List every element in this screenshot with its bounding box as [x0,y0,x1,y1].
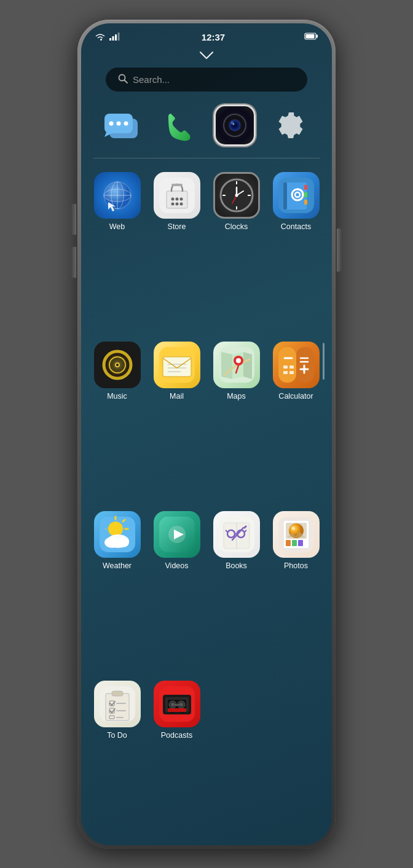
app-clocks[interactable]: Clocks [206,167,266,337]
app-music-label: Music [107,392,127,401]
app-mail-label: Mail [170,392,184,401]
dock-divider [93,158,320,158]
svg-point-46 [235,194,238,197]
phone-screen: 12:37 [81,23,332,845]
svg-rect-2 [115,34,117,41]
app-podcasts-label: Podcasts [161,731,192,740]
app-videos-label: Videos [165,561,189,570]
svg-point-33 [179,197,183,200]
svg-point-34 [171,202,174,205]
app-web[interactable]: Web [87,167,147,337]
svg-marker-73 [243,352,252,379]
search-icon [118,74,128,85]
svg-rect-83 [283,366,288,369]
svg-rect-30 [171,184,183,186]
app-podcasts[interactable]: Podcasts [147,676,206,845]
status-left [95,32,122,42]
svg-point-13 [124,121,128,125]
app-store-label: Store [168,222,186,231]
dock-messages[interactable] [100,105,144,149]
app-maps-label: Maps [227,392,246,401]
svg-rect-112 [286,540,291,546]
svg-rect-113 [292,540,297,546]
svg-point-31 [171,197,174,200]
app-maps[interactable]: Maps [206,337,266,506]
phone-device: 12:37 [77,20,336,849]
app-videos[interactable]: Videos [147,506,206,676]
svg-point-32 [175,197,178,200]
app-weather-label: Weather [103,561,132,570]
svg-point-94 [117,538,129,547]
status-bar: 12:37 [81,23,332,46]
svg-rect-49 [283,182,287,209]
clock-display: 12:37 [202,32,225,42]
app-music[interactable]: Music [87,337,147,506]
svg-rect-134 [168,708,186,712]
volume-up-button[interactable] [71,204,76,235]
search-placeholder: Search... [133,74,170,85]
chevron-down-icon[interactable] [199,49,214,63]
svg-rect-52 [304,185,307,190]
svg-point-36 [179,202,183,205]
app-calculator[interactable]: Calculator [266,337,326,506]
svg-rect-76 [278,347,296,383]
svg-rect-0 [109,38,111,41]
svg-point-20 [233,123,235,125]
svg-rect-3 [118,33,120,41]
svg-rect-84 [289,366,294,369]
volume-down-button[interactable] [71,247,76,278]
svg-line-90 [123,520,125,522]
svg-point-129 [171,703,175,706]
app-todo-label: To Do [107,731,127,740]
app-mail[interactable]: Mail [147,337,206,506]
svg-marker-71 [221,352,232,379]
wifi-icon [95,32,106,42]
app-web-label: Web [109,222,125,231]
svg-point-64 [116,364,119,366]
svg-rect-53 [304,192,307,197]
svg-rect-5 [317,35,318,38]
app-todo[interactable]: To Do [87,676,147,845]
svg-point-12 [117,121,121,125]
signal-icon [109,32,122,42]
app-photos[interactable]: Photos [266,506,326,676]
svg-rect-114 [298,540,303,546]
svg-line-8 [125,80,128,83]
svg-rect-1 [112,36,114,41]
app-grid: Web [81,167,332,845]
battery-icon [305,32,318,42]
search-bar[interactable]: Search... [106,68,307,92]
top-area[interactable] [81,46,332,68]
svg-rect-117 [112,691,123,696]
svg-point-111 [291,526,295,530]
dock-row [81,101,332,158]
svg-rect-54 [304,200,307,205]
svg-rect-85 [283,371,288,374]
scrollbar [323,343,324,380]
app-weather[interactable]: Weather [87,506,147,676]
app-books-label: Books [226,561,247,570]
svg-point-88 [108,522,123,536]
app-contacts-label: Contacts [281,222,311,231]
dock-settings[interactable] [269,105,313,149]
svg-point-11 [109,121,114,125]
app-books[interactable]: Books [206,506,266,676]
svg-rect-66 [163,357,191,377]
search-container: Search... [81,68,332,101]
svg-rect-77 [296,347,314,383]
svg-point-75 [236,358,241,363]
app-calculator-label: Calculator [278,392,313,401]
svg-rect-86 [289,371,294,374]
power-button[interactable] [337,229,342,272]
app-store[interactable]: Store [147,167,206,337]
svg-rect-6 [306,34,315,39]
dock-phone[interactable] [156,105,200,149]
svg-point-131 [179,703,183,706]
app-photos-label: Photos [284,561,308,570]
app-contacts[interactable]: Contacts [266,167,326,337]
dock-camera[interactable] [213,105,257,149]
svg-point-35 [175,202,178,205]
app-clocks-label: Clocks [225,222,248,231]
